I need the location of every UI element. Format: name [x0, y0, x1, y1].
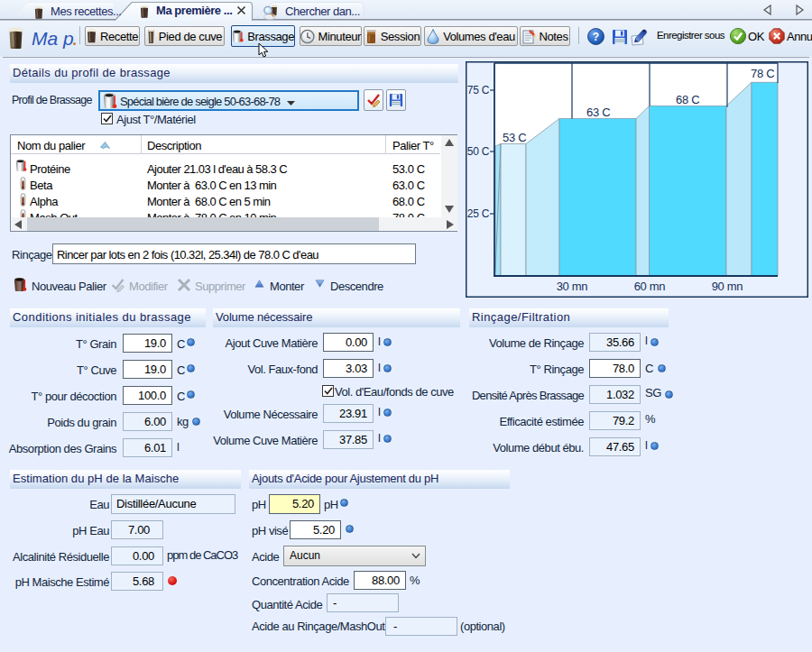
- svg-text:25 C: 25 C: [467, 207, 490, 220]
- svg-text:78 C: 78 C: [751, 67, 774, 80]
- svg-text:63 C: 63 C: [586, 106, 610, 119]
- svg-text:53 C: 53 C: [503, 131, 526, 144]
- svg-text:90 mn: 90 mn: [712, 280, 743, 293]
- svg-text:30 mn: 30 mn: [557, 280, 588, 293]
- svg-text:60 mn: 60 mn: [634, 280, 666, 293]
- svg-text:75 C: 75 C: [467, 84, 490, 96]
- svg-text:?: ?: [593, 31, 599, 43]
- svg-text:50 C: 50 C: [467, 145, 490, 158]
- svg-text:68 C: 68 C: [676, 93, 699, 106]
